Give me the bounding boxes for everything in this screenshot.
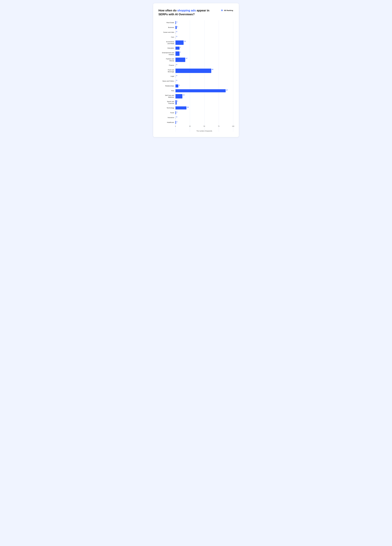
bar-fill: 87	[176, 89, 226, 92]
bar-track: 7	[176, 52, 233, 56]
category-label: Food andBeverage	[158, 69, 176, 73]
chart-row: Career and Jobs0	[158, 30, 233, 35]
chart-row: Real Estate1	[158, 20, 233, 25]
bars-container: Real Estate1Business2Career and Jobs0Car…	[158, 20, 233, 125]
bar-area: 0	[176, 64, 233, 67]
chart-row: Food andBeverage62	[158, 68, 233, 74]
bar-track: 0	[176, 80, 233, 83]
bar-value-label: 62	[212, 69, 213, 70]
chart-row: Education7	[158, 46, 233, 51]
bar-value-label: 0	[176, 31, 177, 32]
bar-track: 1	[176, 21, 233, 24]
chart-row: Sports andExercise2	[158, 99, 233, 105]
title-highlight: shopping ads	[177, 9, 196, 12]
bar-value-label: 0	[176, 64, 177, 65]
category-label: Pets	[158, 90, 176, 92]
chart-card: How often do shopping ads appear in SERP…	[153, 3, 239, 137]
bar-value-label: 1	[177, 121, 177, 123]
bar-fill: 0	[176, 116, 176, 119]
bar-area: 87	[176, 89, 233, 92]
bar-fill: 5	[176, 84, 178, 87]
bar-fill: 2	[176, 26, 177, 29]
bar-value-label: 5	[179, 84, 180, 86]
bar-track: 14	[176, 40, 233, 45]
chart-row: Entertainment andHobbies7	[158, 51, 233, 57]
bar-value-label: 19	[187, 106, 189, 108]
bar-track: 0	[176, 116, 233, 119]
bar-area: 0	[176, 80, 233, 83]
category-label: Self-Care andWellness	[158, 94, 176, 98]
bar-value-label: 0	[176, 36, 177, 37]
category-label: Insurance	[158, 117, 176, 119]
chart-row: Pets87	[158, 88, 233, 93]
bar-track: 2	[176, 26, 233, 29]
bar-value-label: 0	[176, 116, 177, 118]
bar-value-label: 1	[177, 21, 177, 23]
bar-area: 0	[176, 75, 233, 78]
x-tick: 25	[189, 125, 191, 127]
category-label: News and Politics	[158, 80, 176, 82]
bar-area: 19	[176, 106, 233, 110]
bar-value-label: 7	[180, 47, 181, 48]
bar-track: 12	[176, 94, 233, 98]
x-axis: 0255075100	[176, 125, 233, 128]
chart-row: Finance0	[158, 63, 233, 68]
category-label: Healthcare	[158, 121, 176, 124]
chart-row: Cars0	[158, 35, 233, 39]
bar-fill: 14	[176, 40, 183, 45]
bar-value-label: 0	[176, 80, 177, 81]
grid-vline	[233, 20, 233, 132]
bar-value-label: 14	[184, 40, 186, 42]
bar-value-label: 0	[176, 75, 177, 76]
bar-area: 1	[176, 21, 233, 24]
bar-fill: 0	[176, 31, 176, 34]
bar-fill: 0	[176, 64, 176, 67]
bar-track: 1	[176, 121, 233, 124]
bar-track: 1	[176, 111, 233, 114]
category-label: Ecommerceand Retail	[158, 41, 176, 45]
bar-track: 17	[176, 58, 233, 62]
bar-value-label: 17	[186, 58, 187, 59]
category-label: Finance	[158, 64, 176, 66]
category-label: Real Estate	[158, 22, 176, 24]
category-label: Relationships	[158, 85, 176, 87]
x-tick: 0	[175, 125, 176, 127]
x-tick: 50	[204, 125, 205, 127]
x-tick: 100	[232, 125, 234, 127]
bar-track: 2	[176, 100, 233, 105]
bar-fill: 0	[176, 80, 176, 83]
chart-header: How often do shopping ads appear in SERP…	[158, 9, 233, 16]
bar-fill: 7	[176, 47, 180, 50]
bar-area: 5	[176, 84, 233, 87]
logo-icon	[221, 9, 223, 12]
chart-row: Ecommerceand Retail14	[158, 39, 233, 46]
bar-track: 87	[176, 89, 233, 92]
category-label: Technology	[158, 107, 176, 109]
bar-value-label: 7	[180, 52, 181, 53]
bar-fill: 2	[176, 100, 177, 105]
bar-track: 5	[176, 84, 233, 87]
bar-area: 12	[176, 94, 233, 98]
bar-track: 0	[176, 36, 233, 39]
chart-row: Healthcare1	[158, 120, 233, 125]
chart-row: Relationships5	[158, 84, 233, 88]
category-label: Education	[158, 47, 176, 49]
bar-fill: 7	[176, 52, 180, 56]
chart-row: News and Politics0	[158, 79, 233, 84]
bar-area: 7	[176, 47, 233, 50]
bar-fill: 1	[176, 21, 176, 24]
bar-value-label: 87	[226, 89, 228, 91]
bar-area: 0	[176, 31, 233, 34]
bar-area: 17	[176, 58, 233, 62]
category-label: Fashion andBeauty	[158, 58, 176, 62]
category-label: Business	[158, 26, 176, 28]
bar-area: 1	[176, 121, 233, 124]
chart-row: Insurance0	[158, 115, 233, 120]
bar-fill: 0	[176, 36, 176, 39]
bar-track: 0	[176, 75, 233, 78]
bar-track: 19	[176, 106, 233, 110]
category-label: Career and Jobs	[158, 31, 176, 33]
bar-area: 1	[176, 111, 233, 114]
bar-fill: 1	[176, 111, 176, 114]
bar-fill: 19	[176, 106, 186, 110]
